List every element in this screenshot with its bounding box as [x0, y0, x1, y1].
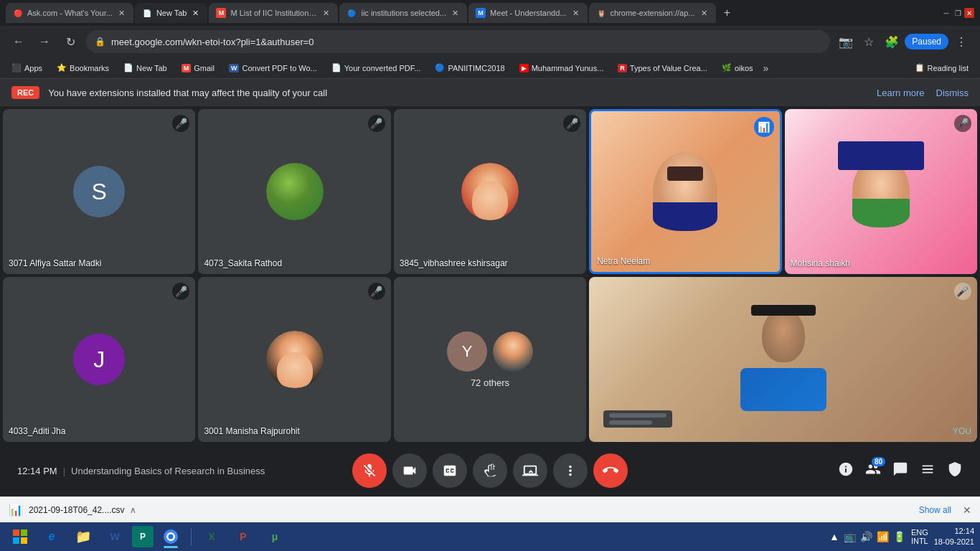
tab-close-iic-selected[interactable]: ✕	[451, 7, 460, 19]
svg-rect-0	[13, 529, 19, 536]
paused-button[interactable]: Paused	[905, 34, 948, 50]
participant-tile-you[interactable]: 🎤 YOU	[589, 277, 977, 442]
bookmark-bookmarks[interactable]: ⭐ Bookmarks	[51, 61, 115, 75]
url-text: meet.google.com/wkn-etoi-tox?pli=1&authu…	[111, 37, 821, 47]
avatar-7	[266, 331, 324, 388]
notification-links: Learn more Dismiss	[877, 88, 969, 98]
bookmark-newtab[interactable]: 📄 New Tab	[118, 61, 173, 75]
taskbar-time: 12:14 18-09-2021	[934, 526, 974, 548]
taskbar-excel[interactable]: X	[197, 524, 226, 550]
tab-title-meet: Meet - Understandd...	[490, 9, 566, 17]
taskbar-publisher[interactable]: P	[132, 526, 154, 547]
security-button[interactable]	[947, 461, 963, 481]
dismiss-link[interactable]: Dismiss	[936, 88, 969, 98]
bookmark-paniit[interactable]: 🔵 PANIITIMC2018	[429, 61, 510, 75]
more-button[interactable]	[553, 453, 588, 488]
bookmark-convert[interactable]: W Convert PDF to Wo...	[223, 62, 323, 75]
address-bar: ← → ↻ 🔒 meet.google.com/wkn-etoi-tox?pli…	[0, 26, 980, 57]
taskbar-ie[interactable]: e	[37, 524, 66, 550]
end-call-button[interactable]	[593, 453, 628, 488]
taskbar-explorer[interactable]: 📁	[69, 524, 98, 550]
address-input[interactable]: 🔒 meet.google.com/wkn-etoi-tox?pli=1&aut…	[86, 30, 830, 53]
download-chevron-icon[interactable]: ∧	[130, 505, 136, 515]
mute-icon-7: 🎤	[368, 283, 385, 300]
tab-extension[interactable]: 🦉 chrome-extension://ap... ✕	[589, 3, 716, 23]
tab-favicon-extension: 🦉	[596, 8, 606, 18]
tab-iic-selected[interactable]: 🔵 iic institutions selected... ✕	[339, 3, 467, 23]
participant-tile-4[interactable]: 📊 Netra Neelam	[589, 109, 781, 274]
download-file-icon: 📊	[9, 503, 23, 517]
info-button[interactable]	[838, 461, 854, 481]
camera-toolbar-icon[interactable]: 📷	[836, 32, 856, 52]
bookmark-gmail[interactable]: M Gmail	[176, 62, 220, 75]
bookmark-oikos[interactable]: 🌿 oikos	[716, 61, 759, 75]
tab-close-meet[interactable]: ✕	[571, 7, 580, 19]
bookmark-converted-label: Your converted PDF...	[344, 64, 421, 72]
new-tab-button[interactable]: +	[717, 3, 738, 23]
participant-tile-7[interactable]: 🎤 3001 Manisha Rajpurohit	[198, 277, 390, 442]
participant-tile-6[interactable]: J 🎤 4033_Aditi Jha	[3, 277, 195, 442]
bookmarks-bar: ⬛ Apps ⭐ Bookmarks 📄 New Tab M Gmail W C…	[0, 57, 980, 79]
bookmarks-more-button[interactable]: »	[763, 62, 769, 74]
tab-close-iic-list[interactable]: ✕	[321, 7, 331, 19]
participant-tile-5[interactable]: 🎤 Mohsina shaikh	[785, 109, 977, 274]
tab-askcom[interactable]: 🔴 Ask.com - What's Your... ✕	[6, 3, 133, 23]
start-button[interactable]	[6, 524, 34, 550]
display-icon[interactable]: 📺	[844, 531, 856, 542]
close-button[interactable]: ✕	[964, 8, 974, 18]
refresh-button[interactable]: ↻	[60, 32, 80, 52]
participant-tile-3[interactable]: 🎤 3845_vibhashree kshirsagar	[394, 109, 586, 274]
participant-tile-1[interactable]: S 🎤 3071 Alfiya Sattar Madki	[3, 109, 195, 274]
tab-close-extension[interactable]: ✕	[699, 7, 709, 19]
taskbar-language[interactable]: ENGINTL	[911, 528, 928, 545]
meeting-title: Understanding Basics of Research in Busi…	[71, 466, 265, 476]
tab-iic-list[interactable]: M M List of IIC Institutions S... ✕	[209, 3, 338, 23]
menu-icon[interactable]: ⋮	[951, 32, 971, 52]
participant-tile-others[interactable]: Y 72 others	[394, 277, 586, 442]
tabs-container: 🔴 Ask.com - What's Your... ✕ 📄 New Tab ✕…	[6, 3, 933, 23]
tab-title-newtab: New Tab	[156, 9, 187, 17]
battery-icon[interactable]: 🔋	[893, 531, 905, 542]
raise-hand-button[interactable]	[473, 453, 507, 488]
bookmark-converted[interactable]: 📄 Your converted PDF...	[326, 61, 427, 75]
present-button[interactable]	[513, 453, 547, 488]
taskbar-right: ▲ 📺 🔊 📶 🔋 ENGINTL 12:14 18-09-2021	[829, 526, 974, 548]
bookmark-apps[interactable]: ⬛ Apps	[6, 61, 48, 75]
tab-meet[interactable]: M Meet - Understandd... ✕	[468, 3, 587, 23]
forward-button[interactable]: →	[34, 32, 55, 52]
participant-name-1: 3071 Alfiya Sattar Madki	[9, 258, 101, 268]
paniit-icon: 🔵	[435, 63, 445, 72]
reading-list-button[interactable]: 📋 Reading list	[909, 61, 974, 75]
captions-button[interactable]	[433, 453, 467, 488]
learn-more-link[interactable]: Learn more	[877, 88, 924, 98]
bookmark-yunus[interactable]: ▶ Muhammad Yunus...	[514, 62, 610, 75]
back-button[interactable]: ←	[9, 32, 29, 52]
tab-close-newtab[interactable]: ✕	[191, 7, 200, 19]
network-icon[interactable]: ▲	[829, 531, 839, 542]
participants-button[interactable]: 80	[865, 461, 881, 481]
show-all-button[interactable]: Show all	[919, 505, 951, 515]
activities-button[interactable]	[920, 461, 936, 481]
download-close-button[interactable]: ✕	[963, 504, 971, 516]
taskbar-utorrent[interactable]: μ	[260, 524, 289, 550]
bookmark-value[interactable]: R Types of Value Crea...	[612, 62, 713, 75]
video-bg-you	[589, 277, 977, 442]
taskbar-word[interactable]: W	[100, 524, 129, 550]
taskbar-chrome[interactable]	[156, 524, 185, 550]
participant-tile-2[interactable]: 🎤 4073_Sakita Rathod	[198, 109, 390, 274]
meeting-time: 12:14 PM	[17, 466, 57, 476]
camera-button[interactable]	[392, 453, 427, 488]
others-avatars: Y	[447, 331, 533, 372]
signal-icon[interactable]: 📶	[877, 531, 889, 542]
mic-button[interactable]	[352, 453, 387, 488]
star-bookmark-icon: ⭐	[57, 63, 67, 72]
restore-button[interactable]: ❐	[953, 8, 963, 18]
chat-button[interactable]	[892, 461, 908, 481]
minimize-button[interactable]: ─	[941, 8, 951, 18]
tab-newtab[interactable]: 📄 New Tab ✕	[135, 3, 208, 23]
extensions-icon[interactable]: 🧩	[882, 32, 902, 52]
tab-close-askcom[interactable]: ✕	[117, 7, 126, 19]
volume-icon[interactable]: 🔊	[860, 531, 872, 542]
star-icon[interactable]: ☆	[859, 32, 879, 52]
taskbar-powerpoint[interactable]: P	[229, 524, 258, 550]
